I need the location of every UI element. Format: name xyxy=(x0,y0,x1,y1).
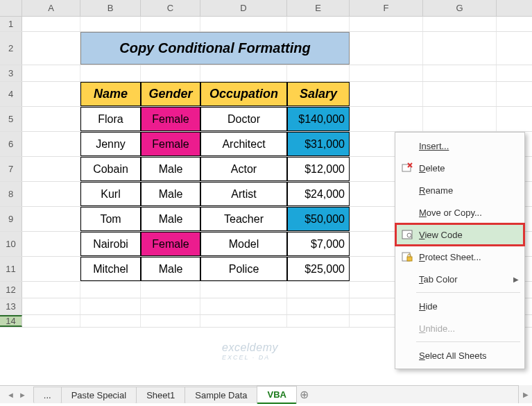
row-header-14[interactable]: 14 xyxy=(0,315,22,327)
row-header-12[interactable]: 12 xyxy=(0,282,22,298)
menu-insert[interactable]: Insert... xyxy=(395,135,524,157)
menu-delete[interactable]: Delete xyxy=(395,157,524,179)
th-name[interactable]: Name xyxy=(80,82,141,106)
column-headers: A B C D E F G xyxy=(0,0,532,17)
menu-separator xyxy=(416,341,520,342)
cell-gender[interactable]: Male xyxy=(141,157,200,181)
cell-name[interactable]: Tom xyxy=(80,207,141,231)
row-header-11[interactable]: 11 xyxy=(0,257,22,281)
cell-name[interactable]: Kurl xyxy=(80,182,141,206)
cell-gender[interactable]: Male xyxy=(141,257,200,281)
row-header-2[interactable]: 2 xyxy=(0,32,22,65)
row-header-9[interactable]: 9 xyxy=(0,207,22,231)
cell-gender[interactable]: Female xyxy=(141,132,200,156)
row-header-10[interactable]: 10 xyxy=(0,232,22,256)
tab-overflow[interactable]: ... xyxy=(33,387,62,403)
cell-name[interactable]: Jenny xyxy=(80,132,141,156)
row-header-8[interactable]: 8 xyxy=(0,182,22,206)
menu-unhide: Unhide... xyxy=(395,317,524,339)
menu-select-all-sheets[interactable]: Select All Sheets xyxy=(395,344,524,366)
new-sheet-button[interactable]: ⊕ xyxy=(296,388,313,401)
menu-protect-sheet[interactable]: Protect Sheet... xyxy=(395,246,524,268)
title-cell[interactable]: Copy Conditional Formatting xyxy=(80,32,350,65)
col-header-D[interactable]: D xyxy=(200,0,287,16)
row-header-5[interactable]: 5 xyxy=(0,107,22,131)
cell-salary[interactable]: $140,000 xyxy=(287,107,350,131)
col-header-B[interactable]: B xyxy=(80,0,141,16)
cell-occupation[interactable]: Teacher xyxy=(200,207,287,231)
cell-salary[interactable]: $50,000 xyxy=(287,207,350,231)
cell-name[interactable]: Mitchel xyxy=(80,257,141,281)
row-header-13[interactable]: 13 xyxy=(0,298,22,314)
cell-salary[interactable]: $7,000 xyxy=(287,232,350,256)
scroll-right-icon[interactable]: ▶ xyxy=(518,385,532,403)
cell-occupation[interactable]: Model xyxy=(200,232,287,256)
cell-salary[interactable]: $25,000 xyxy=(287,257,350,281)
cell-occupation[interactable]: Actor xyxy=(200,157,287,181)
row-header-3[interactable]: 3 xyxy=(0,65,22,81)
row-header-7[interactable]: 7 xyxy=(0,157,22,181)
cell-gender[interactable]: Female xyxy=(141,107,200,131)
cell-gender[interactable]: Female xyxy=(141,232,200,256)
col-header-E[interactable]: E xyxy=(287,0,350,16)
select-all-corner[interactable] xyxy=(0,0,22,16)
th-salary[interactable]: Salary xyxy=(287,82,350,106)
nav-next-icon[interactable]: ► xyxy=(19,391,26,399)
protect-icon xyxy=(400,249,415,264)
cell-salary[interactable]: $24,000 xyxy=(287,182,350,206)
watermark: exceldemy EXCEL · DA xyxy=(222,341,278,361)
sheet-tab-context-menu: Insert... Delete Rename Move or Copy... … xyxy=(395,132,525,369)
view-code-icon xyxy=(400,227,415,242)
tab-sample-data[interactable]: Sample Data xyxy=(185,387,257,403)
sheet-tabs-bar: ◄ ► ... Paste Special Sheet1 Sample Data… xyxy=(0,385,532,403)
menu-view-code[interactable]: View Code xyxy=(395,223,524,246)
th-gender[interactable]: Gender xyxy=(141,82,200,106)
col-header-G[interactable]: G xyxy=(423,0,497,16)
nav-prev-icon[interactable]: ◄ xyxy=(7,391,15,399)
row-header-6[interactable]: 6 xyxy=(0,132,22,156)
cell-occupation[interactable]: Architect xyxy=(200,132,287,156)
menu-separator xyxy=(416,292,520,293)
col-header-F[interactable]: F xyxy=(350,0,423,16)
cell-salary[interactable]: $31,000 xyxy=(287,132,350,156)
tab-sheet1[interactable]: Sheet1 xyxy=(136,387,185,403)
cell-occupation[interactable]: Artist xyxy=(200,182,287,206)
row-header-1[interactable]: 1 xyxy=(0,17,22,31)
cell-gender[interactable]: Male xyxy=(141,207,200,231)
col-header-C[interactable]: C xyxy=(141,0,200,16)
tab-vba[interactable]: VBA xyxy=(257,386,296,404)
svg-rect-7 xyxy=(407,257,412,261)
th-occupation[interactable]: Occupation xyxy=(200,82,287,106)
submenu-arrow-icon: ▶ xyxy=(513,276,519,283)
cell-gender[interactable]: Male xyxy=(141,182,200,206)
cell-name[interactable]: Cobain xyxy=(80,157,141,181)
tab-nav[interactable]: ◄ ► xyxy=(0,391,33,399)
menu-hide[interactable]: Hide xyxy=(395,295,524,317)
menu-move-copy[interactable]: Move or Copy... xyxy=(395,201,524,223)
tab-paste-special[interactable]: Paste Special xyxy=(61,387,137,403)
cell-name[interactable]: Nairobi xyxy=(80,232,141,256)
delete-icon xyxy=(400,160,415,176)
menu-rename[interactable]: Rename xyxy=(395,179,524,201)
cell-occupation[interactable]: Police xyxy=(200,257,287,281)
menu-tab-color[interactable]: Tab Color▶ xyxy=(395,268,524,290)
cell-salary[interactable]: $12,000 xyxy=(287,157,350,181)
cell-occupation[interactable]: Doctor xyxy=(200,107,287,131)
cell-name[interactable]: Flora xyxy=(80,107,141,131)
col-header-A[interactable]: A xyxy=(22,0,80,16)
row-header-4[interactable]: 4 xyxy=(0,82,22,106)
